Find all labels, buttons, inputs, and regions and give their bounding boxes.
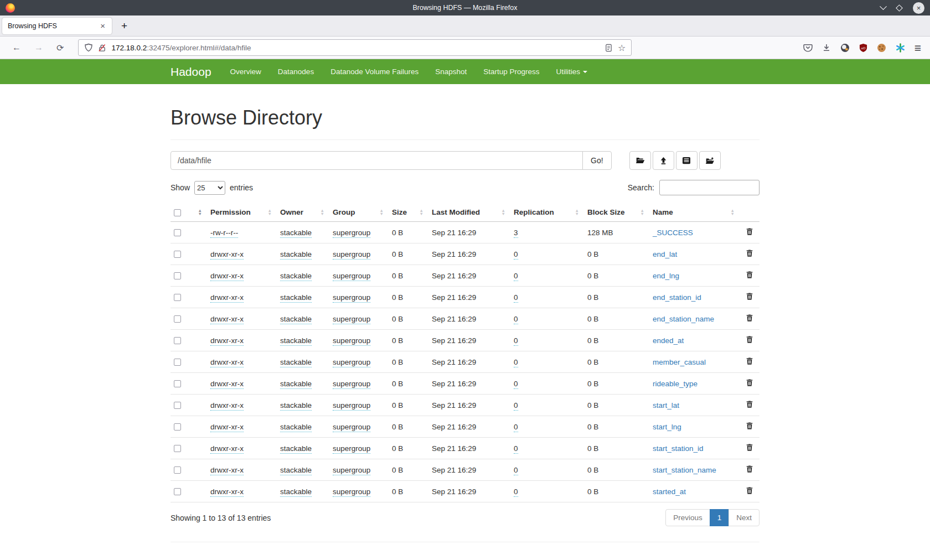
file-name-link[interactable]: start_lat	[653, 401, 679, 409]
url-text[interactable]: 172.18.0.2:32475/explorer.html#/data/hfi…	[111, 44, 600, 52]
delete-trash-icon[interactable]	[746, 251, 753, 259]
file-name-link[interactable]: started_at	[653, 488, 686, 496]
previous-page-button[interactable]: Previous	[665, 509, 710, 526]
block-size-value: 128 MB	[584, 222, 649, 243]
file-name-link[interactable]: end_lng	[653, 272, 679, 280]
upload-files-button[interactable]	[653, 151, 674, 170]
file-name-link[interactable]: ended_at	[653, 336, 684, 345]
delete-trash-icon[interactable]	[746, 229, 753, 237]
ublock-origin-icon[interactable]: uO	[859, 44, 867, 52]
back-button[interactable]: ←	[12, 43, 21, 53]
group-value: supergroup	[333, 336, 370, 346]
file-name-link[interactable]: start_station_id	[653, 444, 704, 453]
column-header-select[interactable]: ▲▼	[170, 203, 207, 222]
delete-trash-icon[interactable]	[746, 423, 753, 432]
delete-trash-icon[interactable]	[746, 488, 753, 496]
bookmark-star-icon[interactable]: ☆	[618, 43, 626, 53]
file-name-link[interactable]: rideable_type	[653, 380, 698, 388]
delete-trash-icon[interactable]	[746, 294, 753, 302]
file-name-link[interactable]: start_station_name	[653, 466, 716, 474]
row-checkbox[interactable]	[174, 272, 181, 279]
cut-paste-button[interactable]	[676, 151, 698, 170]
delete-trash-icon[interactable]	[746, 445, 753, 453]
delete-trash-icon[interactable]	[746, 337, 753, 345]
row-checkbox[interactable]	[174, 402, 181, 409]
reload-button[interactable]: ⟳	[56, 43, 64, 53]
file-name-link[interactable]: end_lat	[653, 250, 677, 258]
cookie-extension-icon[interactable]	[877, 43, 886, 53]
column-header-size[interactable]: Size▲▼	[389, 203, 428, 222]
list-icon	[682, 157, 691, 164]
row-checkbox[interactable]	[174, 445, 181, 452]
delete-trash-icon[interactable]	[746, 359, 753, 367]
delete-trash-icon[interactable]	[746, 380, 753, 388]
row-checkbox[interactable]	[174, 488, 181, 495]
row-checkbox[interactable]	[174, 423, 181, 431]
nav-item-utilities[interactable]: Utilities	[556, 68, 588, 76]
window-minimize-icon[interactable]	[880, 3, 887, 10]
extension-account-icon[interactable]	[840, 43, 850, 53]
pocket-icon[interactable]	[803, 43, 813, 53]
delete-trash-icon[interactable]	[746, 315, 753, 324]
downloads-icon[interactable]	[822, 43, 831, 52]
column-header-permission[interactable]: Permission▲▼	[207, 203, 277, 222]
column-header-actions	[740, 203, 760, 222]
create-directory-button[interactable]	[629, 151, 651, 170]
nav-item-startup-progress[interactable]: Startup Progress	[483, 68, 539, 76]
go-button[interactable]: Go!	[582, 151, 612, 170]
file-name-link[interactable]: member_casual	[653, 358, 706, 366]
block-size-value: 0 B	[584, 330, 649, 351]
row-checkbox[interactable]	[174, 380, 181, 387]
insecure-lock-icon[interactable]	[98, 44, 106, 52]
row-checkbox[interactable]	[174, 337, 181, 344]
row-checkbox[interactable]	[174, 359, 181, 366]
browser-tab[interactable]: Browsing HDFS ×	[2, 18, 112, 34]
column-header-owner[interactable]: Owner▲▼	[277, 203, 329, 222]
row-checkbox[interactable]	[174, 315, 181, 323]
size-value: 0 B	[389, 222, 428, 243]
nav-item-snapshot[interactable]: Snapshot	[435, 68, 467, 76]
row-checkbox[interactable]	[174, 229, 181, 236]
file-name-link[interactable]: _SUCCESS	[653, 229, 693, 237]
owner-value: stackable	[280, 423, 312, 432]
column-header-name[interactable]: Name▲▼	[649, 203, 740, 222]
file-name-link[interactable]: end_station_name	[653, 315, 714, 323]
menu-icon[interactable]: ≡	[914, 42, 921, 54]
tab-close-icon[interactable]: ×	[99, 21, 106, 30]
directory-path-input[interactable]	[170, 151, 583, 170]
nav-item-datanodes[interactable]: Datanodes	[278, 68, 314, 76]
nav-item-overview[interactable]: Overview	[230, 68, 261, 76]
window-close-button[interactable]: ×	[913, 2, 924, 14]
reader-view-icon[interactable]	[604, 44, 613, 52]
file-name-link[interactable]: start_lng	[653, 423, 681, 431]
new-tab-button[interactable]: +	[121, 20, 127, 32]
page-number-button[interactable]: 1	[710, 509, 730, 526]
column-header-block-size[interactable]: Block Size▲▼	[584, 203, 649, 222]
asterisk-extension-icon[interactable]	[896, 43, 905, 53]
move-to-folder-button[interactable]	[699, 151, 721, 170]
shield-icon[interactable]	[84, 43, 93, 52]
url-bar[interactable]: 172.18.0.2:32475/explorer.html#/data/hfi…	[78, 39, 632, 56]
delete-trash-icon[interactable]	[746, 402, 753, 410]
forward-button[interactable]: →	[34, 43, 43, 53]
column-header-group[interactable]: Group▲▼	[329, 203, 389, 222]
folder-open-icon	[636, 157, 645, 164]
file-name-link[interactable]: end_station_id	[653, 293, 701, 302]
next-page-button[interactable]: Next	[728, 509, 760, 526]
column-header-replication[interactable]: Replication▲▼	[510, 203, 584, 222]
size-value: 0 B	[389, 243, 428, 265]
window-maximize-icon[interactable]	[896, 4, 903, 12]
row-checkbox[interactable]	[174, 466, 181, 474]
select-all-checkbox[interactable]	[174, 209, 181, 216]
row-checkbox[interactable]	[174, 251, 181, 258]
size-value: 0 B	[389, 438, 428, 459]
search-input[interactable]	[659, 180, 760, 195]
column-label: Replication	[514, 208, 554, 216]
delete-trash-icon[interactable]	[746, 272, 753, 281]
hadoop-brand[interactable]: Hadoop	[170, 65, 211, 79]
page-size-select[interactable]: 25	[194, 181, 225, 195]
row-checkbox[interactable]	[174, 294, 181, 301]
delete-trash-icon[interactable]	[746, 466, 753, 475]
column-header-last-modified[interactable]: Last Modified▲▼	[428, 203, 510, 222]
nav-item-datanode-volume-failures[interactable]: Datanode Volume Failures	[330, 68, 418, 76]
